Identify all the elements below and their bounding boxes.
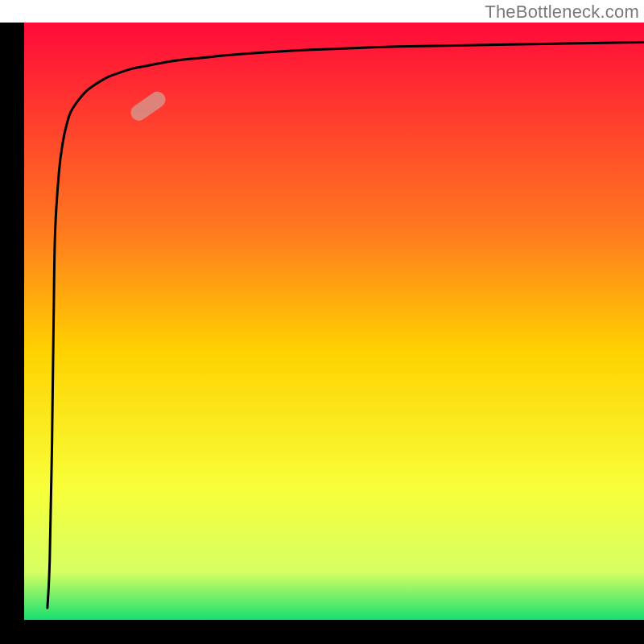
bottleneck-chart: [0, 0, 644, 644]
plot-background: [24, 23, 644, 620]
axis-left: [0, 23, 24, 644]
watermark-text: TheBottleneck.com: [485, 2, 639, 23]
axis-bottom: [0, 620, 644, 644]
chart-stage: TheBottleneck.com: [0, 0, 644, 644]
